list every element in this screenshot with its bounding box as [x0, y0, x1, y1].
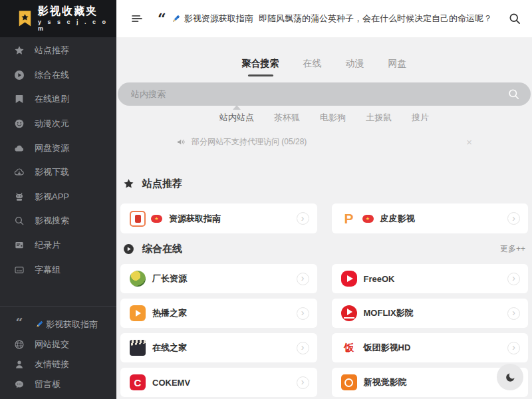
recommend-badge: [362, 215, 374, 223]
sidebar-item-label: 纪录片: [35, 239, 61, 251]
sidebar-item[interactable]: 影视下载: [0, 160, 116, 185]
brand-logo[interactable]: 影视收藏夹 y s s c j . c o m: [0, 0, 116, 37]
chevron-right-icon: [507, 273, 520, 285]
sidebar-item-label: 影视获取指南: [46, 319, 98, 331]
sidebar-item[interactable]: 纪录片: [0, 233, 116, 258]
site-card[interactable]: P 皮皮影视: [332, 203, 529, 233]
sidebar-item[interactable]: “ 影视获取指南: [0, 315, 116, 334]
hamburger-icon[interactable]: [130, 11, 144, 26]
sidebar-item-label: 影视下载: [35, 166, 69, 178]
section-title: 综合在线: [142, 243, 182, 255]
online-card-grid: 厂长资源 FreeOK 热播之家 MOFLIX影院 在线之家: [116, 264, 532, 397]
search-tab[interactable]: 网盘: [388, 58, 407, 74]
search-tabs: 聚合搜索 在线 动漫 网盘: [116, 58, 532, 74]
person-icon: [14, 359, 25, 370]
site-card-title: 新视觉影院: [364, 376, 407, 388]
sidebar-item[interactable]: 在线追剧: [0, 87, 116, 112]
sidebar: 影视收藏夹 y s s c j . c o m 站点推荐 综合在线 在线追剧 动…: [0, 0, 116, 399]
search-icon[interactable]: [508, 12, 521, 25]
site-logo: C: [130, 374, 146, 390]
notice-text: 部分网站不支持代理访问 (05/28): [192, 136, 307, 148]
close-icon[interactable]: ×: [466, 137, 472, 147]
site-logo: 饭: [341, 340, 357, 356]
quote-icon: “: [14, 319, 25, 330]
engine-tab[interactable]: 搜片: [412, 112, 429, 124]
sidebar-item-label: 留言板: [35, 378, 61, 390]
pen-icon: [171, 14, 181, 24]
engine-tab-label: 搜片: [412, 112, 429, 122]
sidebar-item[interactable]: 影视APP: [0, 185, 116, 209]
site-card[interactable]: 饭 饭团影视HD: [332, 333, 529, 362]
site-logo: [130, 271, 146, 287]
search-icon[interactable]: [507, 88, 520, 100]
site-card[interactable]: 厂长资源: [120, 264, 317, 293]
search-tab-label: 在线: [303, 58, 322, 68]
sidebar-divider: [0, 306, 116, 307]
sidebar-item[interactable]: 动漫次元: [0, 112, 116, 136]
site-logo: [130, 305, 146, 321]
sidebar-item[interactable]: 网站提交: [0, 334, 116, 354]
engine-tab[interactable]: 电影狗: [320, 112, 346, 124]
engine-tab-label: 土拨鼠: [366, 112, 392, 122]
search-tab-label: 网盘: [388, 58, 407, 68]
section-header-recommend: 站点推荐: [116, 178, 532, 190]
site-card[interactable]: 资源获取指南: [120, 203, 317, 233]
search-tab[interactable]: 聚合搜索: [242, 58, 279, 74]
sidebar-item[interactable]: 综合在线: [0, 63, 116, 88]
engine-tab-label: 站内站点: [219, 112, 254, 122]
sidebar-item-label: 影视APP: [35, 191, 69, 203]
site-card-title: 资源获取指南: [169, 213, 221, 225]
site-card-title: COKEMV: [152, 378, 190, 388]
sidebar-item[interactable]: 字幕组: [0, 257, 116, 282]
chevron-right-icon: [297, 212, 309, 225]
engine-tab[interactable]: 土拨鼠: [366, 112, 392, 124]
cloud-download-icon: [14, 167, 25, 178]
recommend-card-grid: 资源获取指南 P 皮皮影视: [116, 203, 532, 233]
sidebar-item[interactable]: 影视搜索: [0, 209, 116, 233]
sidebar-item[interactable]: 留言板: [0, 374, 116, 394]
main-content: 聚合搜索 在线 动漫 网盘 站内站点 茶杯狐 电影狗 土拨鼠 搜片: [116, 37, 532, 399]
site-logo: [130, 340, 146, 356]
guide-link[interactable]: “ 影视资源获取指南: [158, 13, 253, 25]
play-circle-icon: [14, 70, 25, 80]
engine-tab[interactable]: 站内站点: [219, 112, 254, 124]
quote-icon: “: [158, 15, 166, 23]
sidebar-item-label: 综合在线: [35, 69, 69, 81]
brand-title: 影视收藏夹: [38, 5, 116, 17]
chevron-right-icon: [297, 342, 309, 354]
site-card[interactable]: 热播之家: [120, 299, 317, 328]
search-engines: 站内站点 茶杯狐 电影狗 土拨鼠 搜片: [116, 112, 532, 124]
notice-bar: 部分网站不支持代理访问 (05/28) ×: [176, 136, 472, 148]
site-logo: [130, 211, 146, 227]
dark-mode-toggle[interactable]: [497, 364, 523, 390]
site-card[interactable]: FreeOK: [332, 264, 529, 293]
site-card-title: 厂长资源: [152, 273, 187, 285]
chevron-right-icon: [507, 307, 520, 320]
sidebar-secondary-nav: “ 影视获取指南 网站提交 友情链接 留言板: [0, 315, 116, 394]
engine-tab[interactable]: 茶杯狐: [274, 112, 300, 124]
search-tab[interactable]: 在线: [303, 58, 322, 74]
sidebar-item[interactable]: 网盘资源: [0, 136, 116, 160]
bookmark-icon: [14, 94, 25, 104]
subtitle-icon: [14, 265, 25, 275]
site-logo: [341, 374, 357, 390]
site-card[interactable]: MOFLIX影院: [332, 299, 529, 328]
sidebar-item[interactable]: 友情链接: [0, 354, 116, 374]
sidebar-item-label: 在线追剧: [35, 93, 69, 105]
section-header-online: 综合在线 更多++: [116, 243, 532, 255]
chat-icon: [14, 379, 25, 390]
pen-icon: [35, 320, 44, 329]
moon-icon: [505, 372, 516, 383]
sidebar-item[interactable]: 站点推荐: [0, 39, 116, 63]
site-card[interactable]: C COKEMV: [120, 368, 317, 397]
search-tab[interactable]: 动漫: [346, 58, 364, 74]
site-card[interactable]: 在线之家: [120, 333, 317, 362]
topbar: “ 影视资源获取指南 即随风飘荡的蒲公英种子，会在什么时候决定自己的命运呢？: [116, 0, 532, 37]
speaker-icon: [176, 137, 186, 147]
search-tab-label: 动漫: [346, 58, 364, 68]
more-link[interactable]: 更多++: [500, 243, 525, 255]
guide-link-label: 影视资源获取指南: [184, 13, 253, 25]
site-card-title: 热播之家: [152, 307, 187, 319]
site-search-input[interactable]: [131, 89, 507, 99]
chevron-right-icon: [507, 342, 520, 354]
